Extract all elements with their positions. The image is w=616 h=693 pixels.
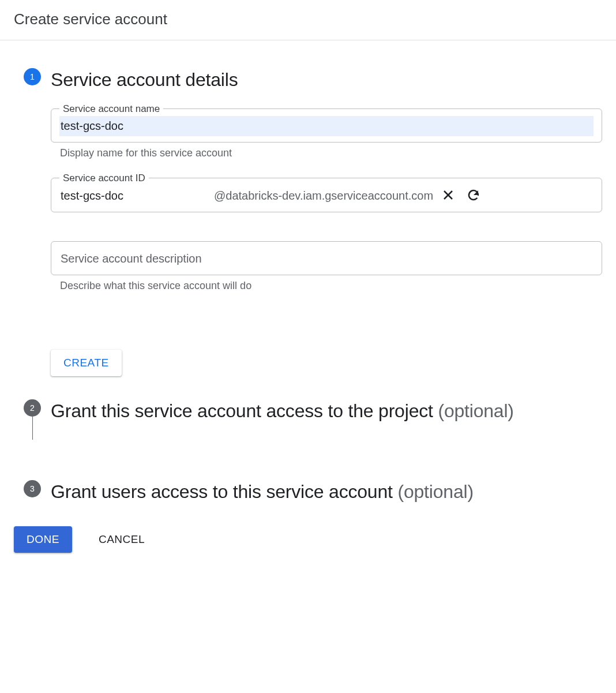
step-1-badge: 1 bbox=[24, 68, 41, 85]
service-account-id-field: Service account ID @databricks-dev.iam.g… bbox=[51, 178, 602, 212]
service-account-description-field bbox=[51, 241, 602, 275]
service-account-id-input[interactable] bbox=[59, 186, 209, 206]
done-button[interactable]: DONE bbox=[14, 526, 72, 553]
close-icon bbox=[441, 188, 455, 204]
create-button[interactable]: CREATE bbox=[51, 350, 122, 376]
step-3-badge: 3 bbox=[24, 480, 41, 497]
service-account-name-field: Service account name bbox=[51, 108, 602, 143]
step-3-heading: Grant users access to this service accou… bbox=[51, 480, 602, 503]
service-account-description-input[interactable] bbox=[59, 249, 594, 269]
regenerate-id-button[interactable] bbox=[463, 185, 484, 206]
step-3-heading-optional: (optional) bbox=[397, 481, 473, 502]
clear-id-button[interactable] bbox=[438, 185, 459, 206]
step-1-heading: Service account details bbox=[51, 68, 602, 91]
step-3[interactable]: 3 Grant users access to this service acc… bbox=[14, 480, 602, 503]
step-2-heading: Grant this service account access to the… bbox=[51, 399, 602, 422]
service-account-id-label: Service account ID bbox=[59, 173, 149, 184]
service-account-description-helper: Describe what this service account will … bbox=[51, 280, 602, 292]
step-2-heading-optional: (optional) bbox=[438, 400, 513, 421]
refresh-icon bbox=[467, 188, 480, 204]
step-2-heading-main: Grant this service account access to the… bbox=[51, 400, 433, 421]
service-account-name-label: Service account name bbox=[59, 103, 163, 115]
step-3-heading-main: Grant users access to this service accou… bbox=[51, 481, 393, 502]
service-account-id-suffix: @databricks-dev.iam.gserviceaccount.com bbox=[214, 189, 433, 203]
page-title: Create service account bbox=[0, 0, 616, 40]
step-1: 1 Service account details Service accoun… bbox=[14, 68, 602, 399]
step-2-badge: 2 bbox=[24, 399, 41, 417]
step-2[interactable]: 2 Grant this service account access to t… bbox=[14, 399, 602, 480]
cancel-button[interactable]: CANCEL bbox=[95, 527, 148, 552]
service-account-name-helper: Display name for this service account bbox=[51, 147, 602, 159]
service-account-name-input[interactable] bbox=[59, 116, 594, 136]
step-connector bbox=[32, 417, 33, 440]
footer-actions: DONE CANCEL bbox=[14, 503, 602, 553]
